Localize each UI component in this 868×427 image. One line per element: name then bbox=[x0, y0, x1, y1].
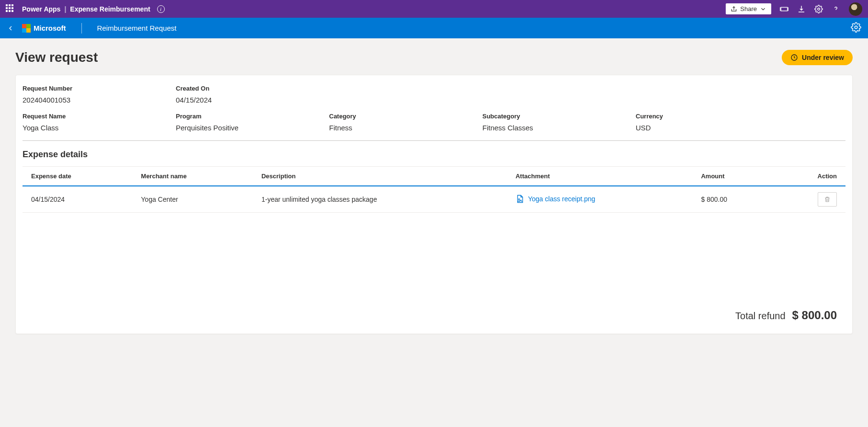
clock-icon bbox=[790, 54, 798, 61]
value-subcategory: Fitness Classes bbox=[482, 124, 626, 132]
attachment-name: Yoga class receipt.png bbox=[528, 195, 595, 203]
brand-text: Microsoft bbox=[34, 24, 66, 32]
top-separator: | bbox=[64, 5, 66, 13]
app-launcher-icon[interactable] bbox=[6, 4, 15, 14]
svg-point-2 bbox=[855, 26, 857, 29]
top-title: Power Apps | Expense Reimbursement bbox=[22, 5, 150, 13]
delete-row-button[interactable] bbox=[818, 192, 837, 207]
label-subcategory: Subcategory bbox=[482, 113, 626, 120]
value-currency: USD bbox=[636, 124, 731, 132]
value-program: Perquisites Positive bbox=[176, 124, 320, 132]
fit-to-screen-icon[interactable] bbox=[780, 5, 788, 13]
field-request-number: Request Number 202404001053 bbox=[23, 85, 166, 104]
label-created-on: Created On bbox=[176, 85, 320, 92]
svg-point-4 bbox=[519, 198, 520, 199]
app-page-name: Reimbursement Request bbox=[97, 24, 177, 32]
cell-amount: $ 800.00 bbox=[692, 186, 775, 213]
page-body: View request Under review Request Number… bbox=[0, 38, 868, 348]
field-created-on: Created On 04/15/2024 bbox=[176, 85, 320, 104]
request-card: Request Number 202404001053 Created On 0… bbox=[15, 75, 853, 334]
top-app-name[interactable]: Power Apps bbox=[22, 5, 60, 13]
trash-icon bbox=[824, 196, 831, 203]
value-category: Fitness bbox=[329, 124, 473, 132]
app-header: Microsoft Reimbursement Request bbox=[0, 18, 868, 38]
field-subcategory: Subcategory Fitness Classes bbox=[482, 113, 626, 132]
value-created-on: 04/15/2024 bbox=[176, 96, 320, 104]
settings-icon[interactable] bbox=[814, 5, 823, 13]
svg-rect-0 bbox=[781, 7, 788, 11]
info-icon[interactable]: i bbox=[157, 5, 165, 13]
label-program: Program bbox=[176, 113, 320, 120]
field-category: Category Fitness bbox=[329, 113, 473, 132]
value-request-number: 202404001053 bbox=[23, 96, 166, 104]
table-row: 04/15/2024 Yoga Center 1-year unlimited … bbox=[23, 186, 845, 213]
field-currency: Currency USD bbox=[636, 113, 731, 132]
value-request-name: Yoga Class bbox=[23, 124, 166, 132]
image-file-icon bbox=[515, 195, 524, 203]
total-label: Total refund bbox=[735, 311, 786, 322]
app-settings-icon[interactable] bbox=[851, 22, 861, 34]
user-avatar[interactable] bbox=[849, 2, 862, 16]
share-label: Share bbox=[740, 5, 757, 12]
share-button[interactable]: Share bbox=[726, 3, 771, 14]
field-program: Program Perquisites Positive bbox=[176, 113, 320, 132]
svg-point-1 bbox=[818, 8, 820, 10]
label-currency: Currency bbox=[636, 113, 731, 120]
top-context[interactable]: Expense Reimbursement bbox=[70, 5, 150, 13]
cell-description: 1-year unlimited yoga classes package bbox=[253, 186, 507, 213]
field-request-name: Request Name Yoga Class bbox=[23, 113, 166, 132]
power-apps-top-bar: Power Apps | Expense Reimbursement i Sha… bbox=[0, 0, 868, 18]
divider bbox=[81, 23, 82, 34]
download-icon[interactable] bbox=[797, 5, 806, 13]
total-row: Total refund $ 800.00 bbox=[23, 309, 845, 322]
label-request-number: Request Number bbox=[23, 85, 166, 92]
col-attachment: Attachment bbox=[507, 167, 692, 186]
total-amount: $ 800.00 bbox=[792, 309, 837, 322]
help-icon[interactable] bbox=[832, 5, 840, 13]
col-description: Description bbox=[253, 167, 507, 186]
col-amount: Amount bbox=[692, 167, 775, 186]
expense-table: Expense date Merchant name Description A… bbox=[23, 166, 845, 213]
col-date: Expense date bbox=[23, 167, 132, 186]
col-merchant: Merchant name bbox=[132, 167, 252, 186]
label-category: Category bbox=[329, 113, 473, 120]
page-title: View request bbox=[15, 50, 98, 65]
label-request-name: Request Name bbox=[23, 113, 166, 120]
status-badge: Under review bbox=[782, 50, 853, 65]
attachment-link[interactable]: Yoga class receipt.png bbox=[515, 195, 595, 203]
back-icon[interactable] bbox=[7, 24, 14, 32]
cell-date: 04/15/2024 bbox=[23, 186, 132, 213]
expense-section-title: Expense details bbox=[23, 150, 845, 160]
microsoft-logo[interactable]: Microsoft bbox=[22, 24, 66, 33]
col-action: Action bbox=[776, 167, 845, 186]
cell-merchant: Yoga Center bbox=[132, 186, 252, 213]
table-header-row: Expense date Merchant name Description A… bbox=[23, 167, 845, 186]
status-text: Under review bbox=[802, 54, 844, 61]
